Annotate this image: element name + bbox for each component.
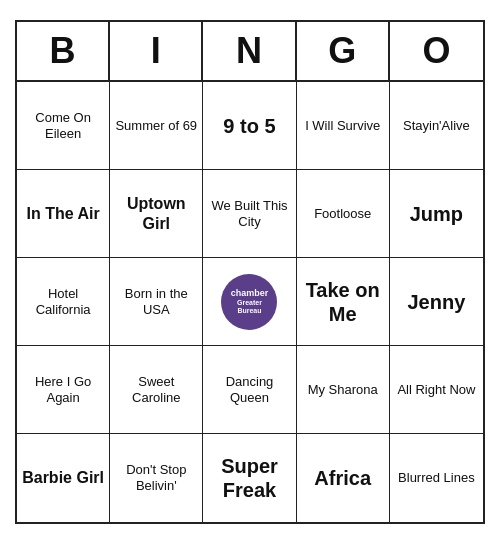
bingo-cell-10[interactable]: Hotel California xyxy=(17,258,110,346)
bingo-cell-13[interactable]: Take on Me xyxy=(297,258,390,346)
cell-text-8: Footloose xyxy=(314,206,371,222)
cell-text-24: Blurred Lines xyxy=(398,470,475,486)
bingo-cell-11[interactable]: Born in the USA xyxy=(110,258,203,346)
bingo-cell-17[interactable]: Dancing Queen xyxy=(203,346,296,434)
cell-text-14: Jenny xyxy=(407,290,465,314)
header-letter-b: B xyxy=(17,22,110,80)
bingo-cell-0[interactable]: Come On Eileen xyxy=(17,82,110,170)
cell-text-17: Dancing Queen xyxy=(207,374,291,405)
bingo-cell-14[interactable]: Jenny xyxy=(390,258,483,346)
bingo-cell-9[interactable]: Jump xyxy=(390,170,483,258)
cell-text-0: Come On Eileen xyxy=(21,110,105,141)
chamber-logo: chamberGreater Bureau xyxy=(221,274,277,330)
bingo-grid: Come On EileenSummer of 699 to 5I Will S… xyxy=(17,82,483,522)
cell-text-1: Summer of 69 xyxy=(115,118,197,134)
bingo-cell-3[interactable]: I Will Survive xyxy=(297,82,390,170)
cell-text-23: Africa xyxy=(314,466,371,490)
cell-text-22: Super Freak xyxy=(207,454,291,502)
header-letter-i: I xyxy=(110,22,203,80)
header-letter-o: O xyxy=(390,22,483,80)
cell-text-6: Uptown Girl xyxy=(114,194,198,232)
bingo-cell-21[interactable]: Don't Stop Belivin' xyxy=(110,434,203,522)
cell-text-5: In The Air xyxy=(27,204,100,223)
header-letter-g: G xyxy=(297,22,390,80)
bingo-cell-12[interactable]: chamberGreater Bureau xyxy=(203,258,296,346)
cell-text-7: We Built This City xyxy=(207,198,291,229)
bingo-cell-20[interactable]: Barbie Girl xyxy=(17,434,110,522)
cell-text-16: Sweet Caroline xyxy=(114,374,198,405)
cell-text-2: 9 to 5 xyxy=(223,114,275,138)
cell-text-18: My Sharona xyxy=(308,382,378,398)
bingo-cell-7[interactable]: We Built This City xyxy=(203,170,296,258)
bingo-cell-2[interactable]: 9 to 5 xyxy=(203,82,296,170)
bingo-cell-5[interactable]: In The Air xyxy=(17,170,110,258)
bingo-cell-19[interactable]: All Right Now xyxy=(390,346,483,434)
bingo-cell-24[interactable]: Blurred Lines xyxy=(390,434,483,522)
cell-text-10: Hotel California xyxy=(21,286,105,317)
cell-text-15: Here I Go Again xyxy=(21,374,105,405)
bingo-cell-8[interactable]: Footloose xyxy=(297,170,390,258)
cell-text-11: Born in the USA xyxy=(114,286,198,317)
bingo-cell-6[interactable]: Uptown Girl xyxy=(110,170,203,258)
bingo-cell-23[interactable]: Africa xyxy=(297,434,390,522)
bingo-cell-16[interactable]: Sweet Caroline xyxy=(110,346,203,434)
cell-text-19: All Right Now xyxy=(397,382,475,398)
bingo-cell-15[interactable]: Here I Go Again xyxy=(17,346,110,434)
cell-text-21: Don't Stop Belivin' xyxy=(114,462,198,493)
cell-text-9: Jump xyxy=(410,202,463,226)
free-space: chamberGreater Bureau xyxy=(221,274,277,330)
cell-text-13: Take on Me xyxy=(301,278,385,326)
bingo-cell-18[interactable]: My Sharona xyxy=(297,346,390,434)
bingo-cell-1[interactable]: Summer of 69 xyxy=(110,82,203,170)
cell-text-20: Barbie Girl xyxy=(22,468,104,487)
bingo-header: BINGO xyxy=(17,22,483,82)
header-letter-n: N xyxy=(203,22,296,80)
cell-text-3: I Will Survive xyxy=(305,118,380,134)
bingo-cell-22[interactable]: Super Freak xyxy=(203,434,296,522)
cell-text-4: Stayin'Alive xyxy=(403,118,470,134)
bingo-cell-4[interactable]: Stayin'Alive xyxy=(390,82,483,170)
bingo-card: BINGO Come On EileenSummer of 699 to 5I … xyxy=(15,20,485,524)
